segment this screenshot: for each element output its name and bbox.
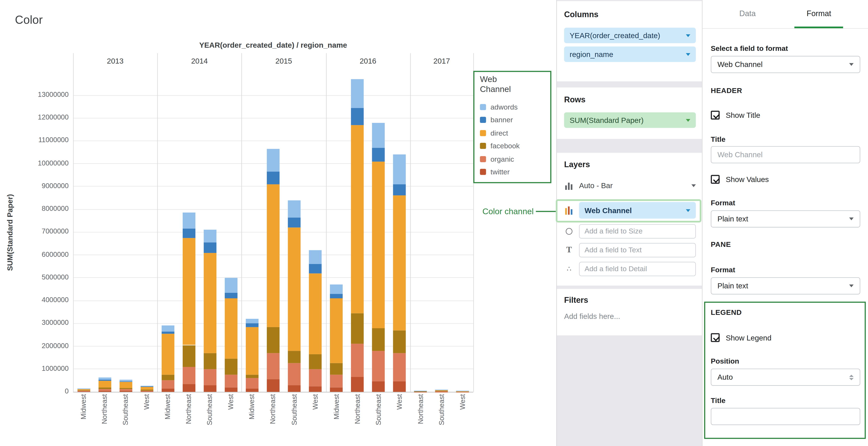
bar-segment-facebook[interactable] [98,387,111,389]
bar-segment-facebook[interactable] [393,330,406,353]
bar-segment-facebook[interactable] [372,328,385,351]
bar-segment-direct[interactable] [267,184,280,327]
bar-segment-direct[interactable] [119,382,132,388]
bar-segment-adwords[interactable] [98,377,111,380]
bar-segment-banner[interactable] [225,293,237,298]
bar-segment-adwords[interactable] [351,79,364,108]
bar-segment-twitter[interactable] [309,386,322,392]
bar-segment-facebook[interactable] [267,327,280,353]
position-dropdown[interactable]: Auto [711,369,860,386]
bar-segment-direct[interactable] [141,387,153,390]
bar-segment-organic[interactable] [98,389,111,391]
bar-segment-twitter[interactable] [161,388,174,392]
bar-segment-direct[interactable] [309,273,322,354]
bar-segment-direct[interactable] [288,228,301,351]
bar-segment-direct[interactable] [246,327,258,375]
bar-segment-facebook[interactable] [309,354,322,369]
bar-segment-facebook[interactable] [435,391,448,391]
show-values-checkbox[interactable] [711,175,720,184]
bar-segment-adwords[interactable] [246,319,258,323]
pane-format-dropdown[interactable]: Plain text [711,277,860,294]
bar-segment-banner[interactable] [161,331,174,334]
bar-segment-facebook[interactable] [204,353,216,369]
bar-segment-facebook[interactable] [161,375,174,381]
bar-segment-organic[interactable] [288,363,301,385]
bar-segment-organic[interactable] [204,369,216,385]
legend-item-organic[interactable]: organic [480,153,545,165]
bar-segment-adwords[interactable] [141,386,153,386]
bar-segment-direct[interactable] [393,196,406,330]
bar-segment-organic[interactable] [393,353,406,382]
size-field-input[interactable] [579,224,696,238]
bar-segment-twitter[interactable] [225,387,237,392]
bar-segment-banner[interactable] [98,380,111,381]
chevron-down-icon[interactable] [686,34,690,37]
bar-segment-adwords[interactable] [182,213,195,229]
bar-segment-direct[interactable] [182,238,195,345]
bar-segment-banner[interactable] [351,108,364,125]
legend-item-facebook[interactable]: facebook [480,139,545,153]
bar-segment-facebook[interactable] [351,313,364,344]
show-title-checkbox[interactable] [711,110,720,120]
bar-segment-twitter[interactable] [204,385,216,392]
legend-item-twitter[interactable]: twitter [480,165,545,179]
bar-segment-direct[interactable] [204,253,216,353]
bar-segment-adwords[interactable] [77,388,90,389]
bar-segment-adwords[interactable] [267,149,280,171]
bar-segment-twitter[interactable] [119,391,132,392]
header-format-dropdown[interactable]: Plain text [711,211,860,228]
bar-segment-twitter[interactable] [77,391,90,392]
bar-segment-adwords[interactable] [225,278,237,293]
bar-segment-banner[interactable] [372,148,385,161]
bar-segment-adwords[interactable] [288,200,301,217]
bar-segment-organic[interactable] [246,378,258,388]
chevron-down-icon[interactable] [686,53,690,56]
bar-segment-facebook[interactable] [119,388,132,389]
bar-segment-organic[interactable] [372,351,385,382]
bar-segment-facebook[interactable] [246,375,258,378]
bar-segment-adwords[interactable] [372,123,385,148]
bar-segment-direct[interactable] [330,298,343,363]
bar-segment-banner[interactable] [267,171,280,184]
header-title-input[interactable] [711,146,860,163]
bar-segment-direct[interactable] [225,298,237,359]
detail-field-input[interactable] [579,261,696,276]
bar-segment-direct[interactable] [77,389,90,390]
bar-segment-direct[interactable] [414,391,427,391]
row-pill-sum[interactable]: SUM(Standard Paper) [564,112,696,128]
bar-segment-twitter[interactable] [98,391,111,392]
bar-segment-twitter[interactable] [351,377,364,392]
field-selector-dropdown[interactable]: Web Channel [711,56,860,73]
bar-segment-adwords[interactable] [393,155,406,184]
chart-type-selector[interactable]: Auto - Bar [564,177,696,194]
bar-segment-facebook[interactable] [330,363,343,375]
chevron-down-icon[interactable] [686,209,690,212]
bar-segment-adwords[interactable] [119,380,132,381]
bar-segment-twitter[interactable] [288,385,301,392]
bar-segment-twitter[interactable] [267,379,280,392]
filters-drop-zone[interactable]: Add fields here... [564,312,620,320]
bar-segment-banner[interactable] [330,294,343,298]
bar-segment-twitter[interactable] [182,384,195,392]
tab-data[interactable]: Data [727,0,768,28]
bar-segment-twitter[interactable] [393,382,406,392]
bar-segment-organic[interactable] [182,367,195,384]
bar-segment-organic[interactable] [77,391,90,391]
bar-segment-banner[interactable] [204,243,216,253]
bar-segment-banner[interactable] [119,381,132,382]
color-field-pill[interactable]: Web Channel [579,202,696,218]
bar-segment-facebook[interactable] [288,351,301,363]
bar-segment-adwords[interactable] [457,391,469,391]
bar-segment-organic[interactable] [330,375,343,387]
bar-segment-adwords[interactable] [161,326,174,331]
bar-segment-banner[interactable] [246,323,258,327]
bar-segment-banner[interactable] [393,184,406,196]
chevron-down-icon[interactable] [691,184,696,187]
legend-item-banner[interactable]: banner [480,114,545,127]
tab-format[interactable]: Format [795,0,843,28]
bar-segment-facebook[interactable] [77,390,90,391]
bar-segment-direct[interactable] [98,381,111,387]
bar-segment-adwords[interactable] [330,285,343,294]
chevron-down-icon[interactable] [686,119,690,121]
bar-segment-direct[interactable] [351,125,364,313]
